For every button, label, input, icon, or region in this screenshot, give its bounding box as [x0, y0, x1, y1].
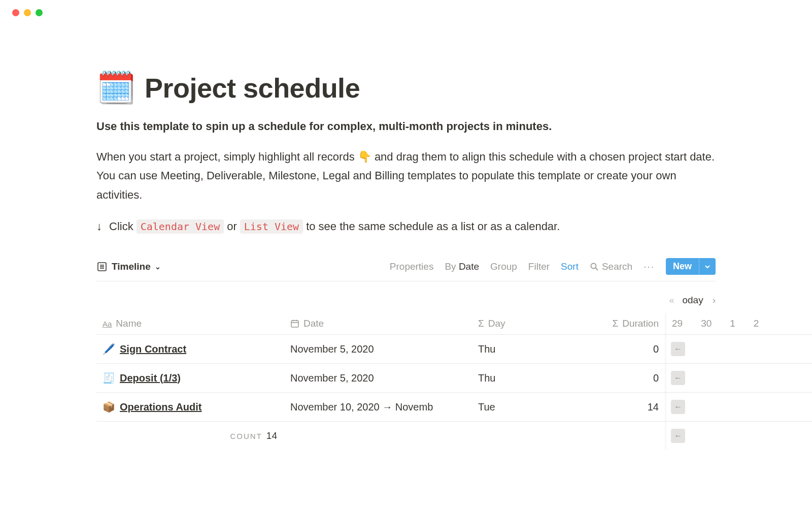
row-day-cell[interactable]: Thu: [472, 335, 568, 364]
row-day-cell[interactable]: Tue: [472, 393, 568, 422]
view-switcher[interactable]: Timeline ⌄: [96, 261, 161, 272]
minimize-window-icon[interactable]: [24, 9, 31, 16]
timeline-jump-left-icon[interactable]: ←: [671, 371, 685, 385]
receipt-icon: 🧾: [103, 372, 115, 384]
timeline-view-icon: [96, 261, 108, 272]
database-toolbar: Timeline ⌄ Properties By Date Group Filt…: [96, 258, 716, 281]
window-controls: [0, 0, 812, 16]
search-label: Search: [602, 261, 632, 272]
new-button[interactable]: New: [666, 258, 716, 275]
row-date-cell[interactable]: November 5, 2020: [284, 364, 472, 393]
calendar-icon: [290, 319, 299, 328]
by-prefix: By: [445, 261, 456, 272]
timeline-nav: « oday ›: [96, 281, 716, 313]
row-title: Operations Audit: [120, 401, 201, 413]
column-duration-label: Duration: [622, 318, 659, 329]
group-button[interactable]: Group: [490, 261, 517, 272]
column-header-duration[interactable]: Σ Duration: [568, 313, 665, 335]
timeline-day-29: 29: [672, 318, 683, 329]
close-window-icon[interactable]: [12, 9, 19, 16]
row-duration-cell[interactable]: 0: [568, 364, 665, 393]
row-timeline-cell[interactable]: ←: [665, 364, 812, 393]
pen-icon: 🖊️: [103, 343, 115, 355]
new-button-dropdown[interactable]: [699, 258, 716, 275]
count-footer: COUNT 14: [96, 422, 284, 450]
column-date-label: Date: [303, 318, 324, 329]
column-header-name[interactable]: Aa Name: [96, 313, 284, 335]
timeline-prev-button[interactable]: «: [669, 295, 673, 306]
timeline-jump-left-icon[interactable]: ←: [671, 400, 685, 414]
sigma-icon: Σ: [478, 318, 484, 329]
package-icon: 📦: [103, 401, 115, 413]
svg-point-4: [591, 263, 596, 268]
view-name: Timeline: [112, 261, 151, 272]
timeline-day-30: 30: [701, 318, 712, 329]
row-date-cell[interactable]: November 10, 2020 → Novemb: [284, 393, 472, 422]
row-name-cell[interactable]: 📦 Operations Audit: [96, 393, 284, 422]
row-name-cell[interactable]: 🖊️ Sign Contract: [96, 335, 284, 364]
instruction-prefix: Click: [109, 220, 133, 233]
timeline-jump-left-icon[interactable]: ←: [671, 342, 685, 356]
row-timeline-cell[interactable]: ←: [665, 422, 812, 450]
row-title: Deposit (1/3): [120, 372, 181, 384]
timeline-next-button[interactable]: ›: [713, 295, 716, 306]
row-duration-cell[interactable]: 14: [568, 393, 665, 422]
search-button[interactable]: Search: [590, 261, 632, 272]
text-property-icon: Aa: [103, 320, 112, 328]
code-chip-list-view: List View: [240, 219, 303, 234]
column-day-label: Day: [488, 318, 505, 329]
timeline-date-header[interactable]: 29 30 1 2: [665, 313, 812, 335]
page-subtitle[interactable]: Use this template to spin up a schedule …: [96, 120, 716, 133]
page-emoji-icon[interactable]: 🗓️: [96, 72, 136, 104]
new-button-label: New: [666, 258, 699, 275]
by-date-button[interactable]: By Date: [445, 261, 479, 272]
instruction-suffix: to see the same schedule as a list or as…: [306, 220, 560, 233]
timeline-day-2: 2: [754, 318, 759, 329]
timeline-today-button[interactable]: oday: [682, 295, 703, 306]
row-timeline-cell[interactable]: ←: [665, 393, 812, 422]
page-body-text[interactable]: When you start a project, simply highlig…: [96, 147, 716, 204]
svg-rect-6: [291, 321, 298, 327]
row-day-cell[interactable]: Thu: [472, 364, 568, 393]
timeline-jump-left-icon[interactable]: ←: [671, 429, 685, 443]
instruction-line[interactable]: ↓ Click Calendar View or List View to se…: [96, 219, 716, 234]
column-header-day[interactable]: Σ Day: [472, 313, 568, 335]
row-name-cell[interactable]: 🧾 Deposit (1/3): [96, 364, 284, 393]
timeline-day-1: 1: [730, 318, 735, 329]
chevron-down-icon: [704, 264, 710, 270]
down-arrow-icon: ↓: [96, 220, 102, 233]
svg-line-5: [595, 268, 598, 270]
sigma-icon: Σ: [612, 318, 618, 329]
count-label: COUNT: [230, 432, 262, 440]
search-icon: [590, 262, 599, 271]
row-title: Sign Contract: [120, 343, 186, 355]
properties-button[interactable]: Properties: [390, 261, 434, 272]
database-grid: Aa Name Date Σ Day Σ Duration 29 30 1 2 …: [96, 313, 716, 450]
filter-button[interactable]: Filter: [528, 261, 550, 272]
chevron-down-icon: ⌄: [155, 263, 161, 271]
instruction-mid: or: [227, 220, 237, 233]
more-options-button[interactable]: ···: [644, 261, 655, 272]
sort-button[interactable]: Sort: [561, 261, 579, 272]
code-chip-calendar-view: Calendar View: [137, 219, 224, 234]
column-name-label: Name: [116, 318, 142, 329]
column-header-date[interactable]: Date: [284, 313, 472, 335]
row-timeline-cell[interactable]: ←: [665, 335, 812, 364]
maximize-window-icon[interactable]: [36, 9, 43, 16]
by-value: Date: [459, 261, 479, 272]
row-date-cell[interactable]: November 5, 2020: [284, 335, 472, 364]
count-value: 14: [266, 430, 277, 441]
page-title[interactable]: Project schedule: [145, 72, 360, 104]
row-duration-cell[interactable]: 0: [568, 335, 665, 364]
